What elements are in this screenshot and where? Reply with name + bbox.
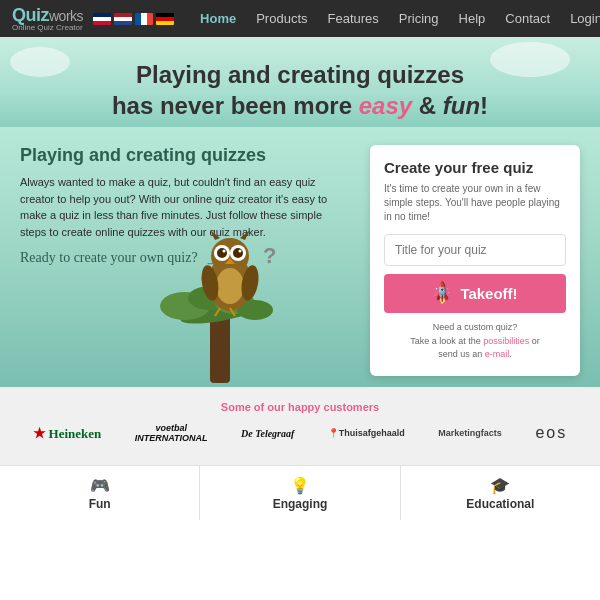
- feature-educational: 🎓 Educational: [401, 466, 600, 520]
- marketingfacts-logo: Marketingfacts: [438, 428, 502, 438]
- hero-section: Playing and creating quizzes has never b…: [0, 37, 600, 127]
- language-flags: [93, 13, 174, 25]
- create-quiz-card: Create your free quiz It's time to creat…: [370, 145, 580, 376]
- features-section: 🎮 Fun 💡 Engaging 🎓 Educational: [0, 465, 600, 520]
- card-description: It's time to create your own in a few si…: [384, 182, 566, 224]
- logo-quiz: Quiz: [12, 5, 49, 25]
- svg-marker-17: [240, 230, 250, 240]
- svg-point-14: [239, 250, 242, 253]
- flag-de[interactable]: [156, 13, 174, 25]
- quiz-title-input[interactable]: [384, 234, 566, 266]
- flag-nl[interactable]: [114, 13, 132, 25]
- customers-title-end: customers: [320, 401, 379, 413]
- svg-marker-16: [210, 230, 220, 240]
- nav-features[interactable]: Features: [318, 0, 389, 37]
- hero-fun: fun: [443, 92, 480, 119]
- hero-line2-start: has never been more: [112, 92, 359, 119]
- fun-icon: 🎮: [90, 476, 110, 495]
- logo-works: works: [49, 8, 83, 24]
- card-heading: Create your free quiz: [384, 159, 566, 176]
- possibilities-link[interactable]: possibilities: [483, 336, 529, 346]
- main-section: Playing and creating quizzes Always want…: [0, 127, 600, 387]
- footer-end: .: [509, 349, 512, 359]
- customers-section: Some of our happy customers ★ Heineken v…: [0, 387, 600, 465]
- nav-products[interactable]: Products: [246, 0, 317, 37]
- takeoff-label: Takeoff!: [460, 285, 517, 302]
- nav-links: Home Products Features Pricing Help Cont…: [190, 0, 600, 37]
- email-link[interactable]: e-mail: [485, 349, 510, 359]
- voetbal-logo: voetbalINTERNATIONAL: [135, 423, 208, 443]
- hero-amp: &: [412, 92, 443, 119]
- customers-title-highlight: happy: [288, 401, 320, 413]
- educational-icon: 🎓: [490, 476, 510, 495]
- flag-uk[interactable]: [93, 13, 111, 25]
- svg-point-8: [216, 268, 244, 304]
- educational-label: Educational: [466, 497, 534, 511]
- engaging-icon: 💡: [290, 476, 310, 495]
- heineken-logo: ★ Heineken: [33, 425, 102, 442]
- owl-illustration: ?: [155, 218, 285, 387]
- customers-title-start: Some of our: [221, 401, 288, 413]
- nav-home[interactable]: Home: [190, 0, 246, 37]
- nav-login[interactable]: Login: [560, 0, 600, 37]
- thuisafgehaald-logo: 📍Thuisafgehaald: [328, 428, 405, 438]
- nav-contact[interactable]: Contact: [495, 0, 560, 37]
- logo[interactable]: Quizworks Online Quiz Creator: [12, 6, 83, 32]
- hero-line1: Playing and creating quizzes: [136, 61, 464, 88]
- flag-fr[interactable]: [135, 13, 153, 25]
- feature-fun: 🎮 Fun: [0, 466, 200, 520]
- nav-pricing[interactable]: Pricing: [389, 0, 449, 37]
- fun-label: Fun: [89, 497, 111, 511]
- svg-text:?: ?: [263, 243, 276, 268]
- footer-line1: Need a custom quiz?: [433, 322, 518, 332]
- card-footer: Need a custom quiz? Take a look at the p…: [384, 321, 566, 362]
- rocket-icon: 🚀: [429, 280, 457, 308]
- left-heading: Playing and creating quizzes: [20, 145, 350, 166]
- customers-title: Some of our happy customers: [20, 401, 580, 413]
- footer-line3: send us an: [438, 349, 485, 359]
- engaging-label: Engaging: [273, 497, 328, 511]
- navigation: Quizworks Online Quiz Creator Home Produ…: [0, 0, 600, 37]
- svg-point-13: [223, 250, 226, 253]
- hero-end: !: [480, 92, 488, 119]
- footer-middle: or: [529, 336, 540, 346]
- customer-logos: ★ Heineken voetbalINTERNATIONAL De Teleg…: [20, 423, 580, 443]
- hero-easy: easy: [359, 92, 412, 119]
- cloud-decoration-2: [490, 42, 570, 77]
- svg-point-12: [233, 248, 243, 258]
- telegraaf-logo: De Telegraaf: [241, 428, 294, 439]
- feature-engaging: 💡 Engaging: [200, 466, 400, 520]
- takeoff-button[interactable]: 🚀 Takeoff!: [384, 274, 566, 313]
- eos-logo: eos: [535, 424, 567, 442]
- cloud-decoration-1: [10, 47, 70, 77]
- svg-point-11: [217, 248, 227, 258]
- logo-text: Quizworks: [12, 6, 83, 24]
- nav-help[interactable]: Help: [449, 0, 496, 37]
- logo-subtitle: Online Quiz Creator: [12, 24, 83, 32]
- footer-line2: Take a look at the: [410, 336, 483, 346]
